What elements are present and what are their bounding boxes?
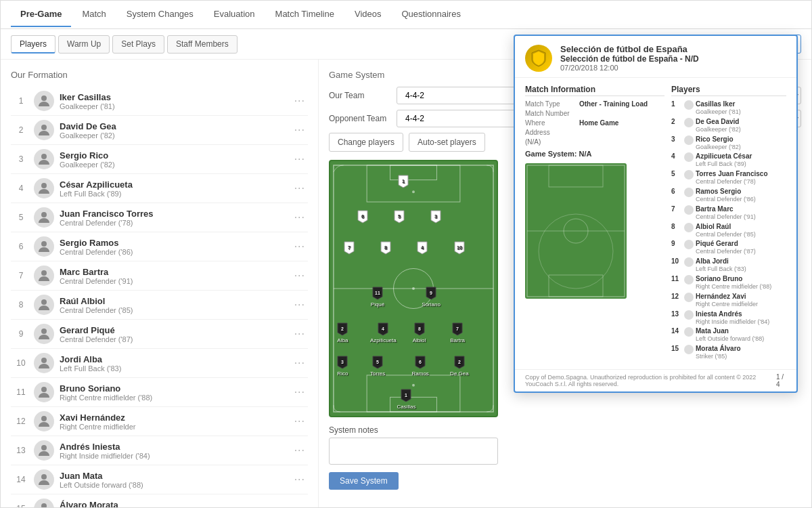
- list-item[interactable]: 15 Álvaro Morata Striker ('85) ···: [11, 494, 308, 508]
- svg-rect-47: [549, 165, 603, 187]
- player-name: Bruno Soriano: [60, 383, 294, 394]
- player-info: Marc Bartra Central Defender ('91): [60, 267, 294, 285]
- player-options-icon[interactable]: ···: [294, 299, 305, 311]
- player-options-icon[interactable]: ···: [294, 153, 305, 165]
- list-item[interactable]: 3 Sergio Rico Goalkeeper ('82) ···: [11, 145, 308, 174]
- avatar: [34, 178, 54, 198]
- avatar: [684, 275, 694, 284]
- player-position: Central Defender ('86): [60, 248, 294, 256]
- svg-rect-48: [549, 275, 603, 297]
- list-item[interactable]: 14 Juan Mata Left Outside forward ('88) …: [11, 465, 308, 494]
- player-number: 11: [14, 387, 28, 397]
- player-options-icon[interactable]: ···: [294, 386, 305, 398]
- tab-match[interactable]: Match: [72, 2, 115, 27]
- player-name: Iker Casillas: [60, 92, 294, 102]
- footer-text: Copy of Demo.Spagna. Unauthorized reprod…: [525, 374, 776, 387]
- print-preview-overlay: Selección de fútbol de España Selección …: [514, 35, 798, 393]
- player-number: 15: [14, 504, 28, 508]
- player-info: Raúl Albiol Central Defender ('85): [60, 296, 294, 314]
- field-player: 7 Bartra: [450, 322, 465, 343]
- tab-questionnaires[interactable]: Questionnaires: [392, 2, 470, 27]
- player-position: Left Full Back ('89): [60, 190, 294, 198]
- avatar: [684, 310, 694, 320]
- list-item[interactable]: 10 Jordi Alba Left Full Back ('83) ···: [11, 349, 308, 378]
- left-panel: Our Formation 1 Iker Casillas Goalkeeper…: [1, 60, 319, 508]
- player-name: Sergio Ramos: [60, 238, 294, 248]
- avatar: [684, 100, 694, 110]
- player-options-icon[interactable]: ···: [294, 240, 305, 253]
- svg-text:8: 8: [418, 326, 421, 331]
- player-options-icon[interactable]: ···: [294, 357, 305, 369]
- print-body: Match Information Match Type Other - Tra…: [515, 78, 796, 369]
- list-item: 12 Hernández Xavi Right Centre midfielde…: [671, 293, 786, 308]
- svg-text:8: 8: [384, 245, 387, 250]
- player-options-icon[interactable]: ···: [294, 473, 305, 486]
- player-options-icon[interactable]: ···: [294, 415, 305, 427]
- avatar: [684, 327, 694, 337]
- player-name: Sergio Rico: [60, 150, 294, 161]
- player-options-icon[interactable]: ···: [294, 211, 305, 224]
- player-options-icon[interactable]: ···: [294, 124, 305, 136]
- avatar: [684, 205, 694, 215]
- tab-match-timeline[interactable]: Match Timeline: [266, 2, 344, 27]
- print-date: 07/20/2018 12:00: [560, 64, 786, 72]
- list-item[interactable]: 9 Gerard Piqué Central Defender ('87) ··…: [11, 320, 308, 349]
- player-position: Central Defender ('85): [60, 306, 294, 314]
- list-item[interactable]: 7 Marc Bartra Central Defender ('91) ···: [11, 261, 308, 291]
- player-position: Goalkeeper ('81): [60, 102, 294, 110]
- tab-evaluation[interactable]: Evaluation: [204, 2, 265, 27]
- svg-point-13: [41, 474, 47, 480]
- player-options-icon[interactable]: ···: [294, 503, 305, 508]
- system-notes-label: System notes: [329, 425, 801, 435]
- player-position: Left Full Back ('83): [60, 364, 294, 373]
- save-system-button[interactable]: Save System: [329, 472, 399, 490]
- subtab-setplays[interactable]: Set Plays: [112, 35, 164, 54]
- svg-text:3: 3: [341, 360, 344, 364]
- list-item: 8 Albiol Raúl Central Defender ('85): [671, 223, 786, 238]
- list-item: 2 De Gea David Goalkeeper ('82): [671, 118, 786, 133]
- player-options-icon[interactable]: ···: [294, 444, 305, 457]
- field-player: 4 Azpilicueta: [370, 322, 397, 343]
- auto-set-players-button[interactable]: Auto-set players: [409, 133, 485, 152]
- subtab-staffmembers[interactable]: Staff Members: [167, 35, 238, 54]
- svg-text:1: 1: [405, 393, 407, 398]
- list-item[interactable]: 5 Juan Francisco Torres Central Defender…: [11, 203, 308, 232]
- list-item[interactable]: 11 Bruno Soriano Right Centre midfielder…: [11, 378, 308, 407]
- tab-pregame[interactable]: Pre-Game: [11, 2, 71, 27]
- list-item[interactable]: 2 David De Gea Goalkeeper ('82) ···: [11, 116, 308, 145]
- player-options-icon[interactable]: ···: [294, 328, 305, 340]
- change-players-button[interactable]: Change players: [329, 133, 403, 152]
- tab-videos[interactable]: Videos: [345, 2, 391, 27]
- system-notes-input[interactable]: [329, 438, 498, 465]
- list-item[interactable]: 8 Raúl Albiol Central Defender ('85) ···: [11, 291, 308, 320]
- subtab-players[interactable]: Players: [11, 35, 55, 54]
- player-name: Juan Mata: [60, 471, 294, 481]
- subtab-warmup[interactable]: Warm Up: [58, 35, 110, 54]
- tab-system-changes[interactable]: System Changes: [117, 2, 203, 27]
- match-info-title: Match Information: [525, 85, 664, 96]
- svg-text:7: 7: [348, 245, 351, 250]
- svg-text:9: 9: [430, 291, 432, 295]
- svg-rect-19: [367, 165, 460, 202]
- our-team-label: Our Team: [329, 91, 397, 100]
- list-item[interactable]: 4 César Azpilicueta Left Full Back ('89)…: [11, 174, 308, 203]
- sub-tabs: Players Warm Up Set Plays Staff Members: [11, 35, 238, 54]
- print-player-list: 1 Casillas Iker Goalkeeper ('81) 2 De Ge…: [671, 100, 786, 360]
- player-number: 12: [14, 417, 28, 426]
- player-options-icon[interactable]: ···: [294, 182, 305, 194]
- list-item[interactable]: 6 Sergio Ramos Central Defender ('86) ··…: [11, 232, 308, 261]
- list-item[interactable]: 1 Iker Casillas Goalkeeper ('81) ···: [11, 87, 308, 116]
- svg-point-0: [41, 96, 47, 101]
- player-options-icon[interactable]: ···: [294, 95, 305, 107]
- player-info: Jordi Alba Left Full Back ('83): [60, 354, 294, 373]
- list-item[interactable]: 13 Andrés Iniesta Right Inside midfielde…: [11, 436, 308, 465]
- svg-text:4: 4: [422, 245, 424, 250]
- list-item[interactable]: 12 Xavi Hernández Right Centre midfielde…: [11, 407, 308, 436]
- player-number: 9: [14, 329, 28, 339]
- field-player: 4: [415, 240, 430, 255]
- player-options-icon[interactable]: ···: [294, 270, 305, 282]
- avatar: [34, 266, 54, 286]
- player-info: Sergio Rico Goalkeeper ('82): [60, 150, 294, 169]
- avatar: [34, 382, 54, 402]
- player-number: 14: [14, 475, 28, 484]
